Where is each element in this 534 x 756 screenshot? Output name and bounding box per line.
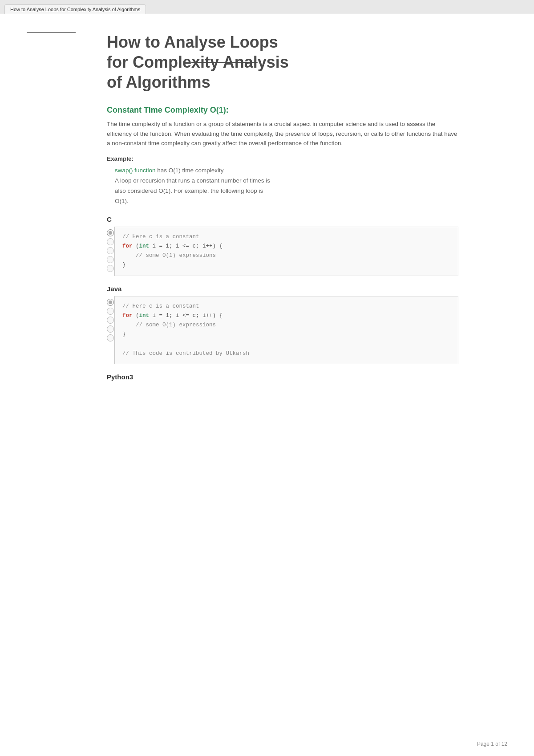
lang-tab-c[interactable]: C [107,215,458,223]
code-keyword-for-c: for [122,243,133,249]
code-comment-c-1: // Here c is a constant [122,234,199,240]
radio-inner-java-1 [109,301,112,304]
swap-function-link[interactable]: swap() function [115,167,157,174]
radio-btn-java-4[interactable] [107,325,114,333]
code-comment-java-1: // Here c is a constant [122,303,199,309]
main-title: How to Analyse Loops for Complexity Anal… [107,32,458,92]
example-line-1-text: has O(1) time complexity. [157,167,225,174]
tab-bar: How to Analyse Loops for Complexity Anal… [0,0,534,14]
sidebar-line [27,32,76,33]
code-controls-c [107,227,114,276]
code-type-int-java: int [139,313,150,319]
code-controls-java [107,296,114,365]
example-line-1: swap() function has O(1) time complexity… [115,166,458,176]
page-container: How to Analyse Loops for Complexity Anal… [0,0,534,756]
code-type-int-c: int [139,243,150,249]
example-label: Example: [107,155,458,162]
radio-btn-java-5[interactable] [107,334,114,341]
radio-btn-java-1[interactable] [107,299,114,306]
radio-btn-c-2[interactable] [107,238,114,245]
code-block-c-wrapper: // Here c is a constant for (int i = 1; … [107,227,458,276]
example-line-3: also considered O(1). For example, the f… [115,186,458,196]
main-content: How to Analyse Loops for Complexity Anal… [0,14,534,411]
radio-btn-java-2[interactable] [107,308,114,315]
code-comment-c-2: // some O(1) expressions [136,252,216,259]
code-keyword-for-java: for [122,313,133,319]
article: How to Analyse Loops for Complexity Anal… [93,28,458,384]
page-footer: Page 1 of 12 [477,741,507,747]
browser-tab[interactable]: How to Analyse Loops for Complexity Anal… [4,4,146,14]
radio-btn-c-4[interactable] [107,256,114,263]
lang-tab-java[interactable]: Java [107,285,458,293]
code-block-java-wrapper: // Here c is a constant for (int i = 1; … [107,296,458,365]
example-text-block: swap() function has O(1) time complexity… [115,166,458,207]
section-heading: Constant Time Complexity O(1): [107,106,458,115]
code-block-java: // Here c is a constant for (int i = 1; … [114,296,458,365]
radio-btn-java-3[interactable] [107,317,114,324]
code-comment-java-2: // some O(1) expressions [136,322,216,328]
code-block-c: // Here c is a constant for (int i = 1; … [114,227,458,276]
sidebar [27,28,93,384]
strikethrough-text: xity Anal [191,53,258,71]
body-text: The time complexity of a function or a g… [107,119,458,148]
radio-btn-c-5[interactable] [107,265,114,272]
example-line-4: O(1). [115,196,458,207]
radio-btn-c-3[interactable] [107,247,114,254]
radio-inner-c-1 [109,231,112,235]
code-comment-java-3: // This code is contributed by Utkarsh [122,350,249,357]
lang-tab-python3[interactable]: Python3 [107,373,458,381]
radio-btn-c-1[interactable] [107,229,114,236]
example-line-2: A loop or recursion that runs a constant… [115,176,458,186]
